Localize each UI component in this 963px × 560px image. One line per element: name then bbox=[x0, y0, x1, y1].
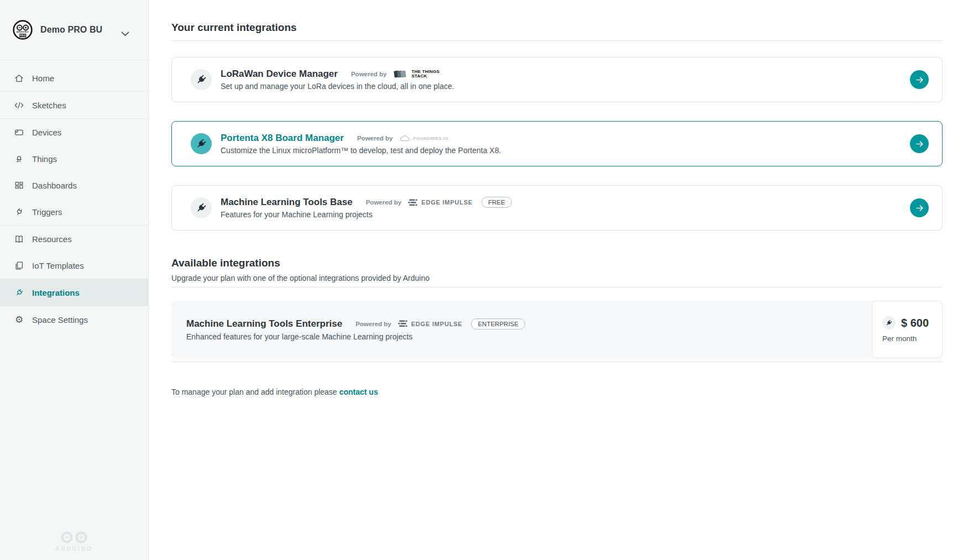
integration-title: Machine Learning Tools Enterprise bbox=[186, 318, 342, 329]
integrations-page: Your current integrations LoRaWan Device… bbox=[149, 0, 963, 560]
sidebar-item-label: Space Settings bbox=[32, 315, 88, 325]
sidebar-item-label: Sketches bbox=[32, 101, 66, 110]
price-period: Per month bbox=[882, 334, 942, 343]
foundries-logo: FOUNDRIES.IO bbox=[400, 135, 449, 142]
arduino-watermark-text: ARDUINO bbox=[55, 546, 93, 552]
arrow-right-icon bbox=[915, 139, 924, 149]
contact-us-link[interactable]: contact us bbox=[339, 388, 378, 396]
available-integrations-title: Available integrations bbox=[171, 256, 943, 270]
sidebar-item-label: IoT Templates bbox=[32, 261, 84, 270]
sidebar-item-label: Devices bbox=[32, 128, 61, 137]
plan-badge: ENTERPRISE bbox=[471, 318, 525, 329]
available-integrations-subtitle: Upgrade your plan with one of the option… bbox=[171, 273, 943, 283]
edge-impulse-icon bbox=[398, 320, 407, 327]
board-icon bbox=[14, 127, 24, 138]
svg-text:ARDUINO: ARDUINO bbox=[17, 30, 29, 33]
manage-plan-note: To manage your plan and add integration … bbox=[171, 388, 943, 396]
edge-impulse-logo: EDGE IMPULSE bbox=[408, 199, 473, 206]
sidebar-item-dashboards[interactable]: Dashboards bbox=[0, 172, 148, 198]
plug-icon bbox=[191, 133, 212, 154]
integration-description: Features for your Machine Learning proje… bbox=[221, 210, 512, 219]
sidebar-item-resources[interactable]: Resources bbox=[0, 226, 148, 252]
plug-icon bbox=[191, 69, 212, 90]
current-integrations-title: Your current integrations bbox=[171, 20, 943, 35]
sidebar-item-things[interactable]: Things bbox=[0, 145, 148, 172]
sidebar: ARDUINO PRO Demo PRO BU Home bbox=[0, 0, 149, 560]
arrow-right-icon bbox=[915, 75, 924, 85]
cloud-icon bbox=[400, 135, 410, 142]
open-integration-button[interactable] bbox=[910, 70, 929, 89]
pages-icon bbox=[14, 260, 24, 271]
the-things-stack-logo: THE THINGS STACK bbox=[394, 69, 439, 79]
book-icon bbox=[14, 234, 24, 244]
integration-description: Set up and manage your LoRa devices in t… bbox=[221, 82, 454, 91]
sidebar-item-home[interactable]: Home bbox=[0, 65, 148, 91]
integration-title: Portenta X8 Board Manager bbox=[221, 133, 344, 144]
arduino-infinity-icon bbox=[59, 531, 90, 544]
sidebar-item-space-settings[interactable]: ⚙ Space Settings bbox=[0, 306, 148, 333]
sidebar-item-label: Integrations bbox=[32, 288, 80, 297]
integration-card-lorawan[interactable]: LoRaWan Device Manager Powered by THE TH… bbox=[171, 57, 943, 102]
edge-impulse-icon bbox=[408, 199, 417, 206]
integration-title: Machine Learning Tools Base bbox=[221, 197, 353, 208]
plug-icon bbox=[191, 197, 212, 218]
integration-description: Customize the Linux microPlatform™ to de… bbox=[221, 146, 501, 155]
led-icon bbox=[14, 154, 24, 164]
trigger-plug-icon bbox=[14, 207, 24, 217]
section-divider bbox=[171, 287, 943, 287]
powered-by-label: Powered by bbox=[366, 199, 402, 206]
svg-text:PRO: PRO bbox=[19, 34, 26, 37]
sidebar-item-integrations[interactable]: Integrations bbox=[0, 279, 148, 306]
things-stack-icon bbox=[394, 69, 408, 79]
integration-card-ml-tools-enterprise: Machine Learning Tools Enterprise Powere… bbox=[171, 301, 943, 358]
partner-name: EDGE IMPULSE bbox=[411, 321, 463, 327]
open-integration-button[interactable] bbox=[910, 198, 929, 217]
partner-name-line2: STACK bbox=[412, 74, 439, 79]
section-divider bbox=[171, 362, 943, 362]
plug-icon bbox=[882, 316, 896, 329]
open-integration-button[interactable] bbox=[910, 134, 929, 153]
powered-by-label: Powered by bbox=[351, 71, 387, 77]
arrow-right-icon bbox=[915, 203, 924, 213]
gear-icon: ⚙ bbox=[14, 315, 24, 325]
sidebar-item-label: Triggers bbox=[32, 207, 62, 217]
chevron-down-icon bbox=[121, 29, 129, 39]
sidebar-item-triggers[interactable]: Triggers bbox=[0, 198, 148, 225]
sidebar-item-devices[interactable]: Devices bbox=[0, 119, 148, 145]
sidebar-item-label: Dashboards bbox=[32, 181, 77, 190]
sidebar-item-sketches[interactable]: Sketches bbox=[0, 92, 148, 118]
integration-plug-icon bbox=[14, 287, 24, 298]
price-value: $ 600 bbox=[901, 317, 929, 329]
workspace-switcher[interactable]: ARDUINO PRO Demo PRO BU bbox=[0, 0, 148, 60]
plan-badge: FREE bbox=[482, 197, 512, 208]
home-icon bbox=[14, 73, 24, 83]
integration-description: Enhanced features for your large-scale M… bbox=[186, 332, 860, 341]
price-panel: $ 600 Per month bbox=[872, 301, 943, 358]
integration-card-ml-tools-base[interactable]: Machine Learning Tools Base Powered by E… bbox=[171, 185, 943, 231]
manage-plan-text: To manage your plan and add integration … bbox=[171, 388, 337, 396]
workspace-name: Demo PRO BU bbox=[40, 25, 102, 35]
sidebar-item-label: Resources bbox=[32, 234, 72, 244]
integration-card-portenta-x8[interactable]: Portenta X8 Board Manager Powered by FOU… bbox=[171, 121, 943, 166]
edge-impulse-logo: EDGE IMPULSE bbox=[398, 320, 463, 327]
code-icon bbox=[14, 100, 24, 111]
integration-title: LoRaWan Device Manager bbox=[221, 69, 338, 80]
grid-icon bbox=[14, 180, 24, 191]
arduino-cloud-app: ARDUINO PRO Demo PRO BU Home bbox=[0, 0, 963, 560]
partner-name: EDGE IMPULSE bbox=[421, 199, 473, 206]
arduino-pro-logo-icon: ARDUINO PRO bbox=[13, 20, 33, 40]
powered-by-label: Powered by bbox=[357, 135, 393, 142]
arduino-watermark: ARDUINO bbox=[0, 531, 148, 552]
sidebar-item-label: Things bbox=[32, 154, 57, 164]
sidebar-menu: Home Sketches Devices Things bbox=[0, 60, 148, 333]
partner-name: FOUNDRIES.IO bbox=[414, 136, 449, 141]
sidebar-item-iot-templates[interactable]: IoT Templates bbox=[0, 252, 148, 279]
powered-by-label: Powered by bbox=[355, 321, 391, 327]
section-divider bbox=[171, 40, 943, 41]
sidebar-item-label: Home bbox=[32, 74, 54, 83]
